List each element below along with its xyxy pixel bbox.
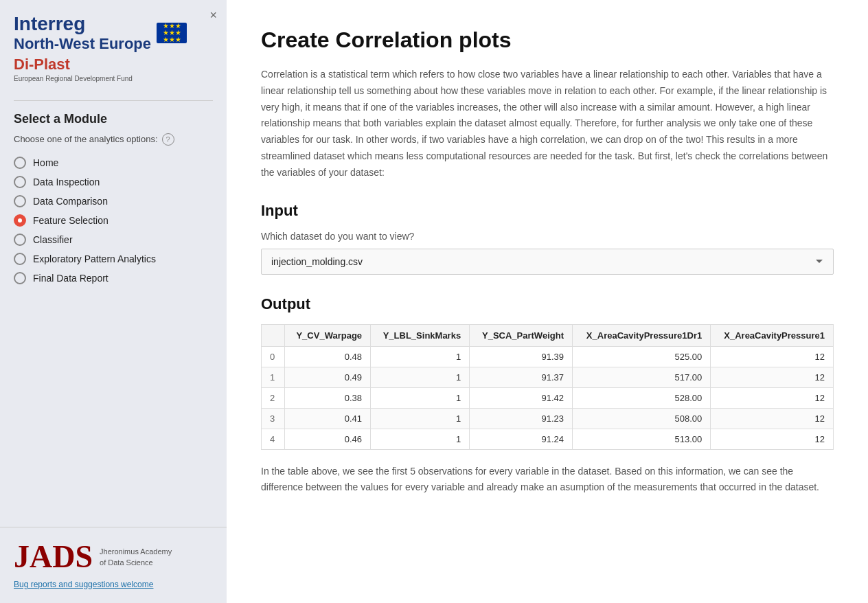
output-section-title: Output	[261, 295, 834, 313]
table-cell-r0-c3: 91.39	[470, 346, 573, 367]
table-cell-r2-c4: 528.00	[572, 387, 710, 408]
table-cell-r1-c3: 91.37	[470, 367, 573, 387]
main-content: Create Correlation plots Correlation is …	[227, 0, 868, 603]
nav-label-exploratory-pattern: Exploratory Pattern Analytics	[33, 253, 156, 264]
diplast-logo: Di-Plast	[14, 56, 213, 73]
nav-label-feature-selection: Feature Selection	[33, 215, 108, 226]
nav-radio-home	[14, 157, 26, 169]
nav-radio-exploratory-pattern	[14, 253, 26, 265]
interreg-title: Interreg	[14, 14, 151, 35]
module-subtitle: Choose one of the analytics options: ?	[14, 133, 213, 146]
erdf-label: European Regional Development Fund	[14, 75, 213, 82]
table-cell-r4-c4: 513.00	[572, 429, 710, 449]
table-cell-r4-c0: 4	[262, 429, 285, 449]
sidebar-item-data-comparison[interactable]: Data Comparison	[14, 194, 213, 209]
table-cell-r2-c5: 12	[711, 387, 834, 408]
table-cell-r2-c2: 1	[371, 387, 470, 408]
nav-label-final-report: Final Data Report	[33, 273, 108, 284]
table-header-row: Y_CV_WarpageY_LBL_SinkMarksY_SCA_PartWei…	[262, 324, 834, 346]
module-section: Select a Module Choose one of the analyt…	[0, 112, 227, 286]
northwest-title: North-West Europe	[14, 35, 151, 53]
nav-radio-data-comparison	[14, 195, 26, 207]
output-section: Output Y_CV_WarpageY_LBL_SinkMarksY_SCA_…	[261, 295, 834, 497]
table-header: Y_CV_WarpageY_LBL_SinkMarksY_SCA_PartWei…	[262, 324, 834, 346]
nav-label-data-inspection: Data Inspection	[33, 177, 100, 187]
table-row: 10.49191.37517.0012	[262, 367, 834, 387]
bottom-text: In the table above, we see the first 5 o…	[261, 464, 834, 497]
table-cell-r3-c3: 91.23	[470, 408, 573, 429]
sidebar-item-feature-selection[interactable]: Feature Selection	[14, 213, 213, 228]
table-row: 30.41191.23508.0012	[262, 408, 834, 429]
sidebar: × Interreg North-West Europe ★★★★★★★★★ D…	[0, 0, 227, 603]
interreg-text-block: Interreg North-West Europe	[14, 14, 151, 53]
sidebar-item-home[interactable]: Home	[14, 155, 213, 170]
help-icon[interactable]: ?	[162, 133, 174, 146]
table-cell-r3-c5: 12	[711, 408, 834, 429]
input-section-title: Input	[261, 202, 834, 220]
table-cell-r3-c0: 3	[262, 408, 285, 429]
table-cell-r3-c4: 508.00	[572, 408, 710, 429]
dataset-select-wrapper: injection_molding.csv	[261, 249, 834, 275]
sidebar-item-data-inspection[interactable]: Data Inspection	[14, 174, 213, 190]
nav-radio-final-report	[14, 272, 26, 284]
table-cell-r1-c1: 0.49	[284, 367, 371, 387]
table-cell-r0-c1: 0.48	[284, 346, 371, 367]
table-cell-r1-c5: 12	[711, 367, 834, 387]
table-cell-r2-c1: 0.38	[284, 387, 371, 408]
nav-radio-data-inspection	[14, 176, 26, 188]
table-col-header-4: X_AreaCavityPressure1Dr1	[572, 324, 710, 346]
dataset-select[interactable]: injection_molding.csv	[261, 249, 834, 275]
logo-divider	[14, 100, 213, 101]
nav-label-data-comparison: Data Comparison	[33, 196, 108, 207]
input-question: Which dataset do you want to view?	[261, 231, 834, 242]
description-text: Correlation is a statistical term which …	[261, 67, 834, 181]
table-cell-r2-c0: 2	[262, 387, 285, 408]
table-cell-r0-c0: 0	[262, 346, 285, 367]
table-cell-r0-c5: 12	[711, 346, 834, 367]
sidebar-footer: JADS Jheronimus Academy of Data Science …	[0, 527, 227, 603]
page-title: Create Correlation plots	[261, 27, 834, 53]
table-cell-r1-c4: 517.00	[572, 367, 710, 387]
interreg-logo: Interreg North-West Europe ★★★★★★★★★	[14, 14, 213, 53]
nav-label-home: Home	[33, 157, 58, 168]
table-row: 20.38191.42528.0012	[262, 387, 834, 408]
table-cell-r3-c1: 0.41	[284, 408, 371, 429]
table-cell-r3-c2: 1	[371, 408, 470, 429]
nav-radio-classifier	[14, 234, 26, 246]
table-col-header-3: Y_SCA_PartWeight	[470, 324, 573, 346]
table-cell-r4-c3: 91.24	[470, 429, 573, 449]
nav-label-classifier: Classifier	[33, 234, 73, 245]
table-col-header-0	[262, 324, 285, 346]
logo-area: Interreg North-West Europe ★★★★★★★★★ Di-…	[0, 0, 227, 89]
table-cell-r0-c4: 525.00	[572, 346, 710, 367]
close-button[interactable]: ×	[209, 8, 217, 23]
eu-flag-icon: ★★★★★★★★★	[157, 23, 187, 43]
nav-radio-feature-selection	[14, 214, 26, 227]
table-col-header-2: Y_LBL_SinkMarks	[371, 324, 470, 346]
table-cell-r0-c2: 1	[371, 346, 470, 367]
table-cell-r4-c5: 12	[711, 429, 834, 449]
table-cell-r2-c3: 91.42	[470, 387, 573, 408]
table-body: 00.48191.39525.001210.49191.37517.001220…	[262, 346, 834, 449]
table-cell-r1-c2: 1	[371, 367, 470, 387]
table-col-header-5: X_AreaCavityPressure1	[711, 324, 834, 346]
jads-logo: JADS Jheronimus Academy of Data Science	[14, 541, 213, 573]
nav-list: HomeData InspectionData ComparisonFeatur…	[14, 155, 213, 286]
table-cell-r1-c0: 1	[262, 367, 285, 387]
data-table: Y_CV_WarpageY_LBL_SinkMarksY_SCA_PartWei…	[261, 324, 834, 450]
table-row: 00.48191.39525.0012	[262, 346, 834, 367]
table-row: 40.46191.24513.0012	[262, 429, 834, 449]
table-col-header-1: Y_CV_Warpage	[284, 324, 371, 346]
table-cell-r4-c1: 0.46	[284, 429, 371, 449]
sidebar-item-exploratory-pattern[interactable]: Exploratory Pattern Analytics	[14, 251, 213, 266]
sidebar-item-classifier[interactable]: Classifier	[14, 232, 213, 247]
jads-letters: JADS	[14, 541, 93, 573]
bug-link[interactable]: Bug reports and suggestions welcome	[14, 580, 213, 589]
table-cell-r4-c2: 1	[371, 429, 470, 449]
jads-info: Jheronimus Academy of Data Science	[100, 546, 172, 569]
module-section-title: Select a Module	[14, 112, 213, 126]
sidebar-item-final-report[interactable]: Final Data Report	[14, 271, 213, 286]
